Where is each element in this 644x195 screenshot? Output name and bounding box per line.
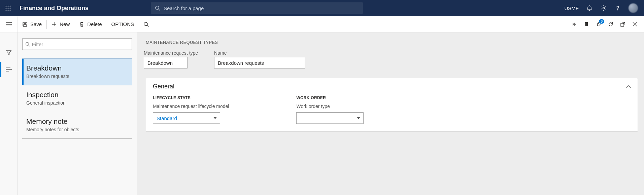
svg-point-0 bbox=[5, 5, 6, 6]
header-right: USMF bbox=[565, 3, 644, 13]
list-item-subtitle: General inspaction bbox=[26, 100, 129, 106]
filter-icon[interactable] bbox=[5, 49, 12, 56]
field-label: Maintenance request type bbox=[144, 50, 198, 56]
trash-icon bbox=[79, 22, 84, 27]
svg-line-10 bbox=[159, 9, 160, 10]
svg-point-29 bbox=[26, 43, 29, 46]
lifecycle-section: LIFECYCLE STATE Maintenance request life… bbox=[153, 95, 229, 124]
workorder-dropdown[interactable] bbox=[296, 112, 364, 124]
app-title: Finance and Operations bbox=[16, 5, 89, 12]
search-icon bbox=[143, 22, 149, 27]
options-button[interactable]: OPTIONS bbox=[107, 16, 139, 32]
general-card: General LIFECYCLE STATE Maintenance requ… bbox=[146, 78, 638, 132]
svg-point-2 bbox=[9, 5, 10, 6]
filter-input[interactable] bbox=[32, 41, 129, 47]
global-search bbox=[151, 2, 363, 14]
options-label: OPTIONS bbox=[111, 21, 134, 27]
workorder-select[interactable] bbox=[296, 112, 364, 124]
save-button[interactable]: Save bbox=[18, 16, 46, 32]
delete-label: Delete bbox=[87, 21, 102, 27]
global-header: Finance and Operations USMF bbox=[0, 0, 644, 16]
list-item-subtitle: Memory notes for objects bbox=[26, 127, 129, 132]
request-type-input[interactable] bbox=[144, 57, 188, 68]
list-item-title: Inspection bbox=[26, 91, 129, 99]
attach-count-badge: 0 bbox=[599, 19, 604, 24]
list-item-subtitle: Breakdown requests bbox=[26, 74, 129, 79]
field-label: Work order type bbox=[296, 104, 364, 109]
svg-point-19 bbox=[144, 22, 147, 26]
svg-point-12 bbox=[617, 9, 618, 10]
field-request-type: Maintenance request type bbox=[144, 50, 198, 68]
left-rail bbox=[0, 32, 18, 195]
company-picker[interactable]: USMF bbox=[565, 5, 579, 11]
field-name: Name bbox=[214, 50, 305, 68]
action-search-button[interactable] bbox=[139, 16, 154, 32]
action-bar: Save New Delete OPTIONS 0 bbox=[0, 16, 644, 32]
search-icon bbox=[155, 5, 160, 11]
list-item-breakdown[interactable]: Breakdown Breakdown requests bbox=[22, 58, 132, 85]
workorder-section: WORK ORDER Work order type bbox=[296, 95, 364, 124]
svg-line-20 bbox=[147, 25, 148, 27]
search-icon bbox=[25, 42, 30, 47]
card-header[interactable]: General bbox=[146, 78, 638, 93]
save-icon bbox=[22, 22, 28, 27]
svg-point-5 bbox=[9, 7, 10, 8]
action-bar-right: 0 bbox=[571, 21, 644, 27]
header-fields: Maintenance request type Name bbox=[144, 50, 644, 68]
svg-point-9 bbox=[156, 6, 159, 9]
related-icon[interactable] bbox=[571, 21, 577, 27]
svg-rect-22 bbox=[584, 23, 585, 26]
card-body: LIFECYCLE STATE Maintenance request life… bbox=[146, 93, 638, 131]
notifications-icon[interactable] bbox=[586, 5, 593, 11]
popout-icon[interactable] bbox=[620, 21, 626, 27]
field-label: Name bbox=[214, 50, 305, 56]
chevron-up-icon bbox=[626, 85, 631, 88]
name-input[interactable] bbox=[214, 57, 305, 68]
list-item-inspection[interactable]: Inspection General inspaction bbox=[22, 85, 132, 112]
list-item-title: Breakdown bbox=[26, 64, 129, 72]
card-title: General bbox=[153, 83, 174, 90]
new-button[interactable]: New bbox=[47, 16, 74, 32]
svg-point-3 bbox=[5, 7, 6, 8]
search-input[interactable] bbox=[164, 5, 359, 11]
main-content: Breakdown Breakdown requests Inspection … bbox=[0, 32, 644, 195]
plus-icon bbox=[52, 22, 57, 27]
user-avatar[interactable] bbox=[629, 3, 638, 13]
attach-icon[interactable]: 0 bbox=[596, 21, 602, 27]
new-label: New bbox=[60, 21, 70, 27]
search-box[interactable] bbox=[151, 2, 363, 14]
field-label: Maintenance request lifecycle model bbox=[153, 104, 229, 109]
delete-button[interactable]: Delete bbox=[74, 16, 106, 32]
help-icon[interactable] bbox=[614, 5, 621, 11]
svg-point-7 bbox=[7, 9, 8, 10]
detail-panel: MAINTENANCE REQUEST TYPES Maintenance re… bbox=[137, 32, 644, 195]
section-header: LIFECYCLE STATE bbox=[153, 95, 229, 100]
refresh-icon[interactable] bbox=[608, 21, 614, 27]
list-view-icon[interactable] bbox=[5, 66, 12, 73]
nav-toggle-icon[interactable] bbox=[0, 16, 18, 32]
svg-point-11 bbox=[603, 7, 605, 9]
close-icon[interactable] bbox=[632, 21, 638, 27]
app-launcher-icon[interactable] bbox=[0, 0, 16, 16]
list-panel: Breakdown Breakdown requests Inspection … bbox=[18, 32, 137, 195]
lifecycle-dropdown[interactable]: Standard bbox=[153, 112, 220, 124]
svg-point-4 bbox=[7, 7, 8, 8]
settings-icon[interactable] bbox=[600, 5, 607, 11]
svg-line-30 bbox=[29, 45, 30, 47]
section-header: WORK ORDER bbox=[296, 95, 364, 100]
save-label: Save bbox=[30, 21, 42, 27]
svg-point-1 bbox=[7, 5, 8, 6]
page-heading: MAINTENANCE REQUEST TYPES bbox=[146, 32, 644, 48]
svg-rect-21 bbox=[585, 22, 588, 26]
svg-point-6 bbox=[5, 9, 6, 10]
office-icon[interactable] bbox=[583, 21, 589, 27]
lifecycle-select[interactable]: Standard bbox=[153, 112, 220, 124]
list-items: Breakdown Breakdown requests Inspection … bbox=[22, 58, 132, 139]
list-item-memory-note[interactable]: Memory note Memory notes for objects bbox=[22, 112, 132, 139]
list-item-title: Memory note bbox=[26, 117, 129, 126]
svg-point-8 bbox=[9, 9, 10, 10]
filter-box[interactable] bbox=[22, 38, 132, 50]
